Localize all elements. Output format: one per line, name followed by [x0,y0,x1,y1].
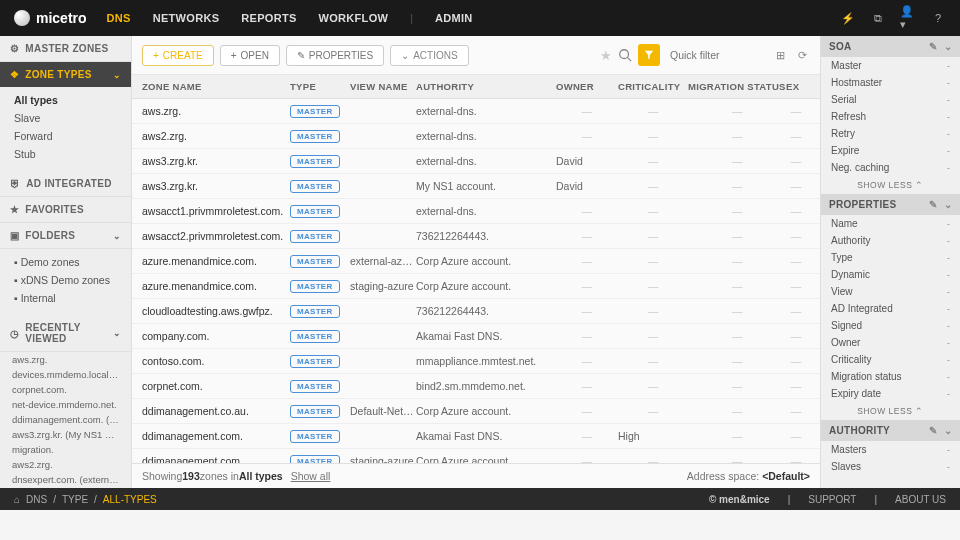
properties-button[interactable]: ✎PROPERTIES [286,45,384,66]
chevron-down-icon[interactable]: ⌄ [944,425,952,436]
search-icon[interactable] [618,48,632,62]
favorite-toggle[interactable]: ★ [600,48,612,63]
folder-internal[interactable]: ▪ Internal [0,289,131,307]
sidebar-favorites[interactable]: ★FAVORITES [0,197,131,223]
footer-support[interactable]: SUPPORT [808,494,856,505]
columns-icon[interactable]: ⊞ [772,47,788,63]
sidebar-recently-viewed[interactable]: ◷RECENTLY VIEWED⌄ [0,315,131,352]
table-row[interactable]: ddimanagement.co.au. MASTER Default-Net…… [132,399,820,424]
nav-networks[interactable]: NETWORKS [153,12,220,24]
address-space: Address space: <Default> [687,470,810,482]
clock-icon: ◷ [10,328,19,339]
sidebar-ad-integrated[interactable]: ⛨AD INTEGRATED [0,171,131,197]
rp-row: Owner- [821,334,960,351]
nav-reports[interactable]: REPORTS [241,12,296,24]
recent-item[interactable]: net-device.mmdemo.net. [0,397,131,412]
chevron-down-icon[interactable]: ⌄ [944,41,952,52]
recent-item[interactable]: aws.zrg. [0,352,131,367]
recent-item[interactable]: dnsexpert.com. (external-azure) [0,472,131,487]
table-row[interactable]: azure.menandmice.com. MASTER staging-azu… [132,274,820,299]
sidebar-item-all-types[interactable]: All types [0,91,131,109]
quick-filter-input[interactable] [666,45,766,65]
cell-owner: — [556,105,618,117]
home-icon[interactable]: ⌂ [14,494,20,505]
col-view[interactable]: VIEW NAME [350,81,416,92]
pencil-icon[interactable]: ✎ [929,425,937,436]
recent-item[interactable]: aws3.zrg.kr. (My NS1 account.) [0,427,131,442]
open-button[interactable]: +OPEN [220,45,280,66]
recent-item[interactable]: ddimanagement.com. (<default> [0,412,131,427]
folder-demo-zones[interactable]: ▪ Demo zones [0,253,131,271]
col-owner[interactable]: OWNER [556,81,618,92]
table-row[interactable]: awsacct2.privmmroletest.com. MASTER 7362… [132,224,820,249]
table-row[interactable]: ddimanagement.com. MASTER Akamai Fast DN… [132,424,820,449]
cell-migration: — [688,255,786,267]
col-authority[interactable]: AUTHORITY [416,81,556,92]
bc-dns[interactable]: DNS [26,494,47,505]
col-expiry[interactable]: EX [786,81,806,92]
rp-row: Slaves- [821,458,960,475]
create-button[interactable]: +CREATE [142,45,214,66]
actions-button[interactable]: ⌄ACTIONS [390,45,468,66]
props-show-less[interactable]: SHOW LESS ⌃ [821,402,960,420]
table-row[interactable]: aws3.zrg.kr. MASTER My NS1 account. Davi… [132,174,820,199]
sidebar-master-zones[interactable]: ⚙MASTER ZONES [0,36,131,62]
recent-item[interactable]: corpnet.com. [0,382,131,397]
table-row[interactable]: awsacct1.privmmroletest.com. MASTER exte… [132,199,820,224]
cell-type: MASTER [290,154,350,168]
pencil-icon[interactable]: ✎ [929,199,937,210]
col-criticality[interactable]: CRITICALITY [618,81,688,92]
table-row[interactable]: ddimanagement.com. MASTER staging-azure … [132,449,820,463]
show-all-link[interactable]: Show all [291,470,331,482]
col-zone[interactable]: ZONE NAME [142,81,290,92]
cell-type: MASTER [290,279,350,293]
sidebar-item-slave[interactable]: Slave [0,109,131,127]
sidebar-item-stub[interactable]: Stub [0,145,131,163]
refresh-icon[interactable]: ⟳ [794,47,810,63]
cell-type: MASTER [290,404,350,418]
chevron-down-icon[interactable]: ⌄ [944,199,952,210]
sidebar-item-forward[interactable]: Forward [0,127,131,145]
table-row[interactable]: aws3.zrg.kr. MASTER external-dns. David … [132,149,820,174]
folder-xdns-demo[interactable]: ▪ xDNS Demo zones [0,271,131,289]
bolt-icon[interactable]: ⚡ [840,10,856,26]
logo[interactable]: micetro [14,10,87,26]
svg-line-1 [628,58,632,62]
col-type[interactable]: TYPE [290,81,350,92]
recent-item[interactable]: migration. [0,442,131,457]
help-icon[interactable]: ? [930,10,946,26]
rp-row: Neg. caching- [821,159,960,176]
nav-admin[interactable]: ADMIN [435,12,473,24]
nav-dns[interactable]: DNS [107,12,131,24]
rp-row: Signed- [821,317,960,334]
camera-icon[interactable]: ⧉ [870,10,886,26]
rp-row: Master- [821,57,960,74]
table-row[interactable]: azure.menandmice.com. MASTER external-az… [132,249,820,274]
filter-button[interactable] [638,44,660,66]
rp-soa-header[interactable]: SOA✎⌄ [821,36,960,57]
pencil-icon: ✎ [297,50,305,61]
soa-show-less[interactable]: SHOW LESS ⌃ [821,176,960,194]
table-row[interactable]: contoso.com. MASTER mmappliance.mmtest.n… [132,349,820,374]
star-icon: ★ [10,204,19,215]
user-menu-icon[interactable]: 👤▾ [900,10,916,26]
bc-type[interactable]: TYPE [62,494,88,505]
table-row[interactable]: cloudloadtesting.aws.gwfpz. MASTER 73621… [132,299,820,324]
pencil-icon[interactable]: ✎ [929,41,937,52]
recent-item[interactable]: aws2.zrg. [0,457,131,472]
footer-about[interactable]: ABOUT US [895,494,946,505]
sidebar-zone-types[interactable]: ❖ZONE TYPES⌄ [0,62,131,87]
cell-authority: Akamai Fast DNS. [416,430,556,442]
rp-authority-header[interactable]: AUTHORITY✎⌄ [821,420,960,441]
rp-props-header[interactable]: PROPERTIES✎⌄ [821,194,960,215]
table-row[interactable]: aws.zrg. MASTER external-dns. — — — — [132,99,820,124]
col-migration[interactable]: MIGRATION STATUS [688,81,786,92]
recent-item[interactable]: devices.mmdemo.local. ([Active [0,367,131,382]
recent-show-less[interactable]: SHOW LESS ⌃ [0,487,131,488]
cell-owner: — [556,130,618,142]
table-row[interactable]: aws2.zrg. MASTER external-dns. — — — — [132,124,820,149]
table-row[interactable]: company.com. MASTER Akamai Fast DNS. — —… [132,324,820,349]
nav-workflow[interactable]: WORKFLOW [319,12,389,24]
sidebar-folders[interactable]: ▣FOLDERS⌄ [0,223,131,249]
table-row[interactable]: corpnet.com. MASTER bind2.sm.mmdemo.net.… [132,374,820,399]
